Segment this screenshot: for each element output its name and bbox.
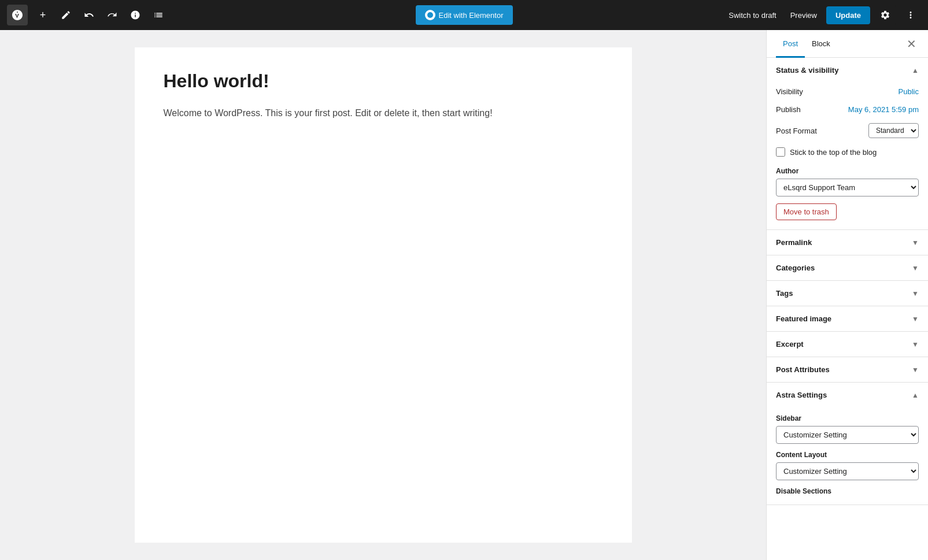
featured-image-chevron: ▼ bbox=[912, 315, 919, 323]
excerpt-chevron: ▼ bbox=[912, 340, 919, 348]
tags-section: Tags ▼ bbox=[767, 281, 928, 306]
post-format-row: Post Format Standard Aside Image Video Q… bbox=[776, 118, 919, 143]
editor-canvas[interactable]: Hello world! Welcome to WordPress. This … bbox=[135, 47, 632, 543]
stick-to-top-row: Stick to the top of the blog bbox=[776, 143, 919, 161]
edit-with-elementor-button[interactable]: Edit with Elementor bbox=[416, 5, 513, 25]
stick-to-top-label: Stick to the top of the blog bbox=[790, 148, 877, 157]
main-layout: Hello world! Welcome to WordPress. This … bbox=[0, 30, 928, 560]
post-attributes-chevron: ▼ bbox=[912, 366, 919, 374]
excerpt-title: Excerpt bbox=[776, 340, 804, 348]
elementor-icon bbox=[425, 10, 435, 20]
gear-icon bbox=[880, 10, 890, 20]
permalink-section: Permalink ▼ bbox=[767, 230, 928, 255]
tab-block[interactable]: Block bbox=[805, 30, 837, 58]
status-visibility-chevron-up: ▲ bbox=[912, 66, 919, 75]
settings-button[interactable] bbox=[875, 5, 896, 25]
post-attributes-title: Post Attributes bbox=[776, 365, 830, 374]
featured-image-title: Featured image bbox=[776, 314, 831, 323]
astra-settings-title: Astra Settings bbox=[776, 391, 827, 399]
content-layout-label: Content Layout bbox=[776, 451, 919, 459]
more-icon bbox=[905, 10, 916, 20]
redo-button[interactable] bbox=[102, 5, 123, 25]
toolbar-left: + bbox=[7, 5, 169, 25]
info-button[interactable] bbox=[125, 5, 146, 25]
astra-settings-chevron-up: ▲ bbox=[912, 391, 919, 399]
visibility-label: Visibility bbox=[776, 87, 803, 96]
toolbar-center: Edit with Elementor bbox=[416, 5, 513, 25]
status-visibility-section: Status & visibility ▲ Visibility Public … bbox=[767, 58, 928, 230]
list-view-icon bbox=[153, 10, 164, 20]
astra-settings-section: Astra Settings ▲ Sidebar Customizer Sett… bbox=[767, 383, 928, 505]
wp-logo[interactable] bbox=[7, 5, 28, 25]
sidebar-panel: Post Block ✕ Status & visibility ▲ Visib… bbox=[766, 30, 928, 560]
astra-settings-content: Sidebar Customizer Setting Left Sidebar … bbox=[767, 414, 928, 505]
add-block-button[interactable]: + bbox=[32, 5, 53, 25]
info-icon bbox=[130, 10, 141, 20]
editor-area: Hello world! Welcome to WordPress. This … bbox=[0, 30, 766, 560]
sidebar-tabs: Post Block ✕ bbox=[767, 30, 928, 58]
permalink-chevron: ▼ bbox=[912, 239, 919, 247]
categories-header[interactable]: Categories ▼ bbox=[767, 255, 928, 280]
edit-button[interactable] bbox=[56, 5, 76, 25]
redo-icon bbox=[107, 10, 117, 20]
permalink-title: Permalink bbox=[776, 238, 812, 247]
preview-button[interactable]: Preview bbox=[786, 8, 822, 23]
tags-header[interactable]: Tags ▼ bbox=[767, 281, 928, 306]
visibility-row: Visibility Public bbox=[776, 83, 919, 101]
sidebar-select[interactable]: Customizer Setting Left Sidebar Right Si… bbox=[776, 426, 919, 444]
featured-image-section: Featured image ▼ bbox=[767, 306, 928, 332]
content-layout-select[interactable]: Customizer Setting Plain Container Fluid… bbox=[776, 462, 919, 480]
disable-sections-label: Disable Sections bbox=[776, 487, 919, 495]
post-attributes-section: Post Attributes ▼ bbox=[767, 357, 928, 383]
toolbar-right: Switch to draft Preview Update bbox=[724, 5, 921, 25]
categories-title: Categories bbox=[776, 264, 815, 272]
pencil-icon bbox=[61, 10, 71, 20]
author-label: Author bbox=[776, 167, 919, 175]
publish-value[interactable]: May 6, 2021 5:59 pm bbox=[848, 105, 919, 114]
publish-row: Publish May 6, 2021 5:59 pm bbox=[776, 101, 919, 118]
status-visibility-title: Status & visibility bbox=[776, 66, 838, 75]
more-options-button[interactable] bbox=[900, 5, 921, 25]
tags-title: Tags bbox=[776, 289, 793, 298]
post-attributes-header[interactable]: Post Attributes ▼ bbox=[767, 357, 928, 382]
post-content[interactable]: Welcome to WordPress. This is your first… bbox=[164, 106, 603, 121]
move-to-trash-button[interactable]: Move to trash bbox=[776, 203, 837, 220]
status-visibility-content: Visibility Public Publish May 6, 2021 5:… bbox=[767, 83, 928, 229]
visibility-value[interactable]: Public bbox=[899, 87, 919, 96]
post-format-label: Post Format bbox=[776, 127, 817, 135]
author-select[interactable]: eLsqrd Support Team bbox=[776, 179, 919, 196]
categories-chevron: ▼ bbox=[912, 264, 919, 272]
elementor-btn-label: Edit with Elementor bbox=[439, 11, 504, 20]
list-view-button[interactable] bbox=[148, 5, 169, 25]
undo-button[interactable] bbox=[79, 5, 99, 25]
publish-label: Publish bbox=[776, 105, 801, 114]
wp-logo-icon bbox=[12, 9, 23, 21]
categories-section: Categories ▼ bbox=[767, 255, 928, 281]
update-button[interactable]: Update bbox=[826, 6, 870, 24]
status-visibility-header[interactable]: Status & visibility ▲ bbox=[767, 58, 928, 83]
author-section: Author eLsqrd Support Team bbox=[776, 167, 919, 203]
toolbar: + Edit with Elementor Switch to draft Pr… bbox=[0, 0, 928, 30]
excerpt-section: Excerpt ▼ bbox=[767, 332, 928, 357]
post-title[interactable]: Hello world! bbox=[164, 71, 603, 92]
tags-chevron: ▼ bbox=[912, 290, 919, 298]
undo-icon bbox=[84, 10, 94, 20]
tab-post[interactable]: Post bbox=[776, 30, 805, 58]
post-format-select[interactable]: Standard Aside Image Video Quote Link Ga… bbox=[868, 123, 919, 138]
sidebar-label: Sidebar bbox=[776, 414, 919, 422]
featured-image-header[interactable]: Featured image ▼ bbox=[767, 306, 928, 331]
sidebar-close-button[interactable]: ✕ bbox=[904, 36, 919, 52]
permalink-header[interactable]: Permalink ▼ bbox=[767, 230, 928, 255]
stick-to-top-checkbox[interactable] bbox=[776, 147, 785, 157]
switch-to-draft-button[interactable]: Switch to draft bbox=[724, 8, 781, 23]
excerpt-header[interactable]: Excerpt ▼ bbox=[767, 332, 928, 357]
astra-settings-header[interactable]: Astra Settings ▲ bbox=[767, 383, 928, 407]
